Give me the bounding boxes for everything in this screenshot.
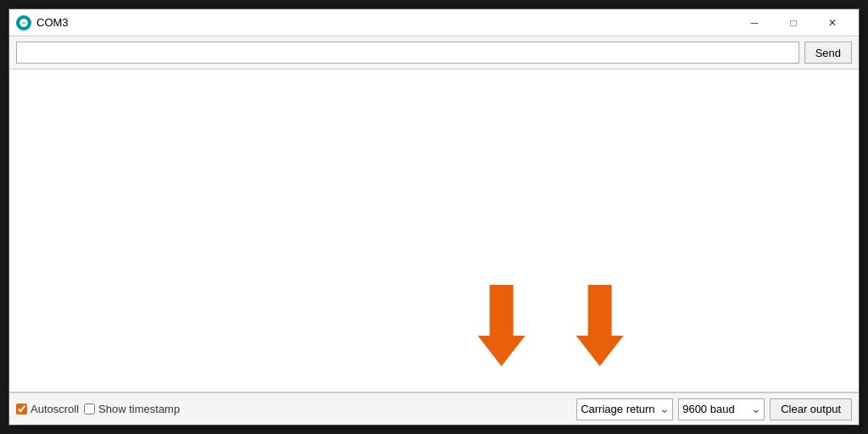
serial-input[interactable]	[16, 42, 799, 64]
title-bar: ∞ COM3 ─ □ ✕	[9, 9, 859, 36]
window-controls: ─ □ ✕	[735, 9, 852, 36]
arrow-baud-rate	[576, 285, 624, 366]
send-button[interactable]: Send	[804, 42, 852, 64]
serial-output	[9, 70, 859, 392]
autoscroll-label: Autoscroll	[31, 403, 79, 415]
annotation-arrows	[478, 285, 624, 366]
maximize-button[interactable]: □	[774, 9, 813, 36]
line-ending-select[interactable]: No line ending Newline Carriage return B…	[576, 398, 673, 420]
app-logo: ∞	[16, 15, 31, 31]
minimize-button[interactable]: ─	[735, 9, 774, 36]
window-title: COM3	[36, 16, 735, 29]
show-timestamp-checkbox-label[interactable]: Show timestamp	[84, 403, 180, 415]
close-button[interactable]: ✕	[813, 9, 852, 36]
svg-text:∞: ∞	[22, 20, 25, 25]
arrow-carriage-return	[478, 285, 526, 366]
main-window: ∞ COM3 ─ □ ✕ Send Autoscr	[8, 8, 860, 426]
autoscroll-checkbox[interactable]	[16, 403, 27, 415]
baud-rate-select[interactable]: 300 baud 1200 baud 2400 baud 4800 baud 9…	[678, 398, 765, 420]
line-ending-wrapper: No line ending Newline Carriage return B…	[576, 398, 673, 420]
input-toolbar: Send	[9, 36, 859, 70]
clear-output-button[interactable]: Clear output	[770, 398, 852, 420]
status-bar: Autoscroll Show timestamp No line ending…	[9, 392, 859, 425]
baud-rate-wrapper: 300 baud 1200 baud 2400 baud 4800 baud 9…	[678, 398, 765, 420]
show-timestamp-label: Show timestamp	[98, 403, 180, 415]
show-timestamp-checkbox[interactable]	[84, 403, 95, 415]
autoscroll-checkbox-label[interactable]: Autoscroll	[16, 403, 79, 415]
